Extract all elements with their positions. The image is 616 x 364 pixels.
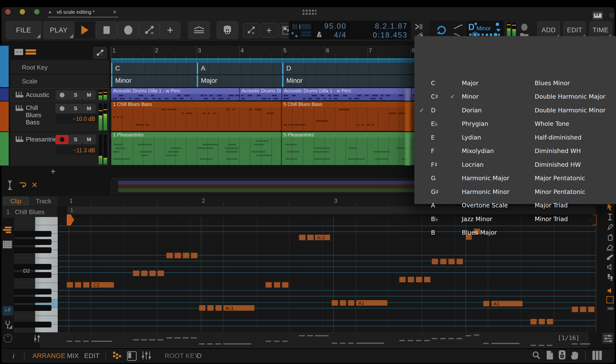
scale-menu-key-item[interactable]: G♯: [419, 185, 438, 199]
search-icon[interactable]: [532, 351, 541, 360]
scale-menu-key-item[interactable]: C♯: [419, 90, 438, 104]
stop-button[interactable]: [96, 21, 118, 39]
scale-menu-scale-item[interactable]: Whole Tone: [535, 117, 606, 131]
global-record-icon[interactable]: [521, 24, 527, 31]
notes-view-icon[interactable]: [3, 226, 13, 234]
automation-follow-toggle[interactable]: w: [243, 23, 259, 38]
macos-minimize-button[interactable]: [20, 9, 25, 14]
scale-menu-scale-item[interactable]: Half-diminished: [535, 131, 606, 144]
root-key-track-header[interactable]: Root Key: [10, 60, 109, 74]
track-header-acoustic[interactable]: Acoustic S M: [10, 88, 109, 101]
solo-button[interactable]: S: [69, 91, 82, 100]
scale-menu-scale-item[interactable]: Major Pentatonic: [535, 171, 606, 185]
accidentals-toggle-icon[interactable]: ♭♯: [2, 306, 13, 316]
audition-tool-icon[interactable]: [604, 263, 616, 271]
root-key-status-value[interactable]: D: [197, 352, 202, 360]
scale-menu-scale-item[interactable]: Overtone Scale: [449, 199, 509, 212]
grid-view-icon[interactable]: [14, 49, 23, 55]
layers-button[interactable]: [188, 21, 210, 39]
macos-zoom-button[interactable]: [34, 9, 39, 14]
arrange-view-button[interactable]: ARRANGE: [32, 352, 66, 360]
browser-button[interactable]: [217, 21, 238, 39]
scale-menu-scale-item[interactable]: Diminished WH: [535, 144, 606, 158]
scale-menu-scale-item[interactable]: Major Triad: [535, 199, 606, 212]
tuning-fork-icon[interactable]: [2, 319, 13, 330]
info-icon[interactable]: i: [13, 352, 15, 360]
scale-menu-scale-item[interactable]: Jazz Minor: [449, 212, 509, 226]
scale-menu-scale-item[interactable]: Harmonic Minor: [449, 185, 509, 199]
tempo-cell[interactable]: 95.00 4/4: [313, 21, 349, 39]
monitor-speaker-icon[interactable]: [558, 350, 566, 360]
pen-tool-icon[interactable]: [604, 223, 616, 232]
scale-menu-key-item[interactable]: C: [419, 76, 438, 90]
solo-button[interactable]: S: [69, 104, 82, 113]
scale-menu-scale-item[interactable]: Locrian: [449, 158, 509, 171]
piano-keyboard-toggle-icon[interactable]: [592, 351, 603, 360]
knife-tool-icon[interactable]: [604, 253, 616, 261]
scale-menu-scale-item[interactable]: Dorian: [449, 104, 509, 117]
device-panel-toggle-icon[interactable]: [127, 351, 137, 361]
macos-close-button[interactable]: [5, 9, 11, 14]
loop-toggle-icon[interactable]: [434, 25, 448, 36]
scale-menu-key-item[interactable]: E♭: [419, 117, 438, 131]
scale-menu-scale-item[interactable]: Lydian: [449, 131, 509, 144]
scale-menu-key-item[interactable]: A: [419, 199, 438, 212]
scale-menu-key-item[interactable]: B: [419, 226, 438, 240]
file-menu-button[interactable]: FILE: [6, 21, 41, 39]
scale-menu-scale-item[interactable]: ✓Minor: [449, 90, 509, 104]
add-track-toolbar-button[interactable]: +: [261, 23, 277, 38]
scale-menu-scale-item[interactable]: Blues Major: [449, 226, 509, 240]
time-select-tool-icon[interactable]: [604, 213, 616, 221]
project-tab-title[interactable]: v6 scale editing *: [57, 9, 95, 15]
play-button[interactable]: [74, 21, 96, 39]
scale-menu-scale-item[interactable]: Diminished HW: [535, 158, 606, 171]
midi-knob-icon[interactable]: [3, 333, 13, 343]
record-arm-button[interactable]: [56, 91, 69, 100]
automation-write-button[interactable]: w: [139, 21, 160, 39]
mute-button[interactable]: M: [82, 135, 95, 144]
record-arm-button[interactable]: [56, 104, 69, 113]
scale-menu-scale-item[interactable]: Double Harmonic Minor: [535, 104, 606, 117]
clip-launcher-toggle-icon[interactable]: [113, 352, 121, 359]
tab-clip[interactable]: Clip: [2, 196, 29, 206]
editor-settings-icon[interactable]: [602, 333, 614, 344]
volume-field[interactable]: −10.0 dB: [56, 114, 98, 123]
audible-toggle-icon[interactable]: [604, 286, 616, 295]
selection-frame-icon[interactable]: [604, 295, 616, 304]
tab-track[interactable]: Track: [30, 196, 57, 206]
scale-menu-key-item[interactable]: B♭: [419, 212, 438, 226]
scale-menu-key-item[interactable]: F♯: [419, 158, 438, 171]
track-header-bass[interactable]: Chill Blues Bass S M −10.0 dB: [10, 102, 109, 132]
scale-menu-scale-item[interactable]: Minor Pentatonic: [535, 185, 606, 199]
file-icon[interactable]: [546, 350, 554, 360]
track-height-icon[interactable]: [7, 181, 13, 190]
virtual-keyboard-icon[interactable]: [592, 12, 603, 20]
scale-menu-scale-item[interactable]: Mixolydian: [449, 144, 509, 158]
volume-field[interactable]: −11.3 dB: [56, 146, 98, 155]
eraser-tool-icon[interactable]: [604, 243, 616, 252]
solo-button[interactable]: S: [69, 135, 82, 144]
add-track-button[interactable]: +: [51, 167, 56, 177]
play-menu-button[interactable]: PLAY: [43, 21, 74, 39]
scale-menu-scale-item[interactable]: Harmonic Major: [449, 171, 509, 185]
scale-menu-key-item[interactable]: E: [419, 131, 438, 144]
scale-menu-key-item[interactable]: F: [419, 144, 438, 158]
hand-tool-icon[interactable]: [570, 350, 579, 360]
scale-menu-scale-item[interactable]: Blues Minor: [535, 76, 606, 90]
grid-resolution-value[interactable]: [1/16]: [558, 334, 579, 341]
record-arm-button[interactable]: [56, 135, 69, 144]
edit-view-button[interactable]: EDIT: [84, 352, 100, 360]
mixer-panel-toggle-icon[interactable]: [141, 351, 152, 360]
return-arrow-icon[interactable]: [19, 182, 27, 189]
scale-menu-scale-item[interactable]: Major: [449, 76, 509, 90]
position-cell[interactable]: 8.2.1.87 0:18.453: [349, 21, 411, 39]
tab-close-icon[interactable]: ✕: [113, 9, 117, 15]
add-device-button[interactable]: +: [160, 21, 181, 39]
record-button[interactable]: [118, 21, 139, 39]
scale-menu-scale-item[interactable]: Minor Triad: [535, 212, 606, 226]
list-view-icon[interactable]: [26, 49, 36, 55]
scale-menu-scale-item[interactable]: Phrygian: [449, 117, 509, 131]
editor-minimap[interactable]: [40, 333, 588, 348]
track-header-pleasantries[interactable]: Pleasantries S M −11.3 dB: [10, 132, 109, 166]
expand-chevrons-icon[interactable]: »»: [604, 304, 616, 312]
